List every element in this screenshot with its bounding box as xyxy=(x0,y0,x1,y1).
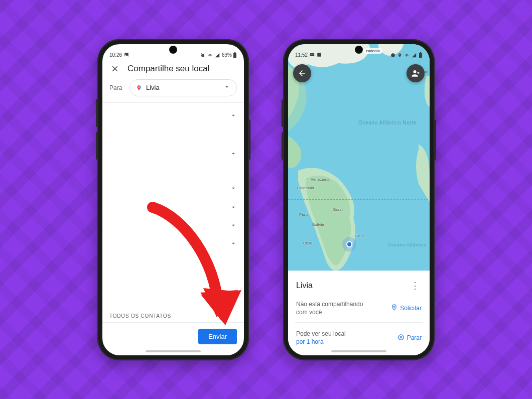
battery-percent: 63% xyxy=(222,52,232,58)
country-label: Chile xyxy=(303,241,312,245)
country-label: Bolívia xyxy=(312,222,324,227)
home-label: Casa xyxy=(355,234,365,238)
power-button[interactable] xyxy=(249,119,250,160)
nfc-icon xyxy=(390,53,395,58)
power-button[interactable] xyxy=(435,119,436,160)
divider xyxy=(102,322,244,323)
can-see-text: Pode ver seu local por 1 hora xyxy=(296,330,346,346)
more-button[interactable]: ⋮ xyxy=(409,278,422,293)
chevron-down-icon xyxy=(230,240,237,249)
list-item[interactable] xyxy=(109,141,237,168)
svg-rect-12 xyxy=(419,53,422,58)
maps-pin-icon xyxy=(136,84,142,92)
svg-point-17 xyxy=(347,241,352,246)
svg-point-11 xyxy=(400,54,401,55)
alarm-icon xyxy=(200,53,205,58)
country-label: Colômbia xyxy=(297,186,314,190)
svg-point-1 xyxy=(125,53,126,54)
svg-point-10 xyxy=(391,53,395,57)
bottom-card: Livia ⋮ Não está compartilhando com você… xyxy=(288,271,430,355)
status-mail-icon xyxy=(310,52,315,58)
battery-icon xyxy=(419,52,423,58)
recipient-name: Livia xyxy=(146,84,219,91)
recipient-chip[interactable]: Livia xyxy=(129,79,237,96)
camera-hole xyxy=(170,47,176,53)
svg-rect-8 xyxy=(310,53,314,56)
list-item[interactable] xyxy=(109,235,237,253)
ocean-label: Oceano Atlântico xyxy=(387,242,427,248)
country-label: Brasil xyxy=(333,207,343,212)
camera-hole xyxy=(356,47,362,53)
page-title: Compartilhe seu local xyxy=(127,64,209,74)
close-button[interactable] xyxy=(109,63,120,74)
location-pin-icon xyxy=(391,304,397,313)
nav-handle[interactable] xyxy=(146,350,201,352)
phone-left: 10:26 63% xyxy=(97,39,249,360)
svg-rect-4 xyxy=(234,52,235,53)
chevron-down-icon xyxy=(230,222,237,231)
contacts-heading: TODOS OS CONTATOS xyxy=(109,313,171,319)
status-image-icon xyxy=(317,52,322,58)
signal-icon xyxy=(412,53,417,58)
list-item[interactable] xyxy=(109,217,237,235)
list-item[interactable] xyxy=(109,103,237,130)
volume-down-button[interactable] xyxy=(282,132,283,160)
wifi-icon xyxy=(404,53,410,58)
svg-rect-13 xyxy=(420,52,421,53)
chevron-down-icon xyxy=(230,150,237,159)
to-label: Para xyxy=(109,84,124,91)
request-button[interactable]: Solicitar xyxy=(391,304,422,313)
svg-point-6 xyxy=(139,86,140,87)
country-label: Peru xyxy=(299,212,308,217)
list-item[interactable] xyxy=(109,179,237,199)
divider xyxy=(295,322,423,323)
country-label: Venezuela xyxy=(311,177,329,182)
battery-icon xyxy=(233,52,237,58)
map-area[interactable]: 11:52 xyxy=(288,44,430,271)
stop-circle-icon xyxy=(397,334,405,342)
status-time: 10:26 xyxy=(109,52,122,58)
chevron-down-icon xyxy=(230,185,237,194)
ocean-label: Oceano Atlântico Norte xyxy=(358,119,417,126)
back-button[interactable] xyxy=(293,64,311,82)
status-time: 11:52 xyxy=(295,52,308,58)
status-image-icon xyxy=(124,52,129,58)
stop-button[interactable]: Parar xyxy=(397,334,422,342)
chevron-down-icon xyxy=(223,83,230,92)
signal-icon xyxy=(215,53,220,58)
chevron-down-icon xyxy=(230,204,237,213)
wifi-icon xyxy=(207,53,213,58)
svg-rect-9 xyxy=(317,53,321,57)
volume-up-button[interactable] xyxy=(282,99,283,127)
svg-point-18 xyxy=(414,70,417,73)
location-icon xyxy=(397,53,402,58)
phone-right: 11:52 xyxy=(283,39,435,360)
can-see-label: Pode ver seu local xyxy=(296,330,346,337)
chevron-down-icon xyxy=(230,112,237,121)
volume-down-button[interactable] xyxy=(96,132,97,160)
not-sharing-text: Não está compartilhando com você xyxy=(296,300,363,316)
list-item[interactable] xyxy=(109,199,237,217)
send-button[interactable]: Enviar xyxy=(198,329,237,344)
request-label: Solicitar xyxy=(400,305,422,312)
add-person-button[interactable] xyxy=(407,64,425,82)
contact-name: Livia xyxy=(296,281,313,290)
stop-label: Parar xyxy=(407,334,422,341)
svg-point-19 xyxy=(393,306,395,307)
volume-up-button[interactable] xyxy=(96,99,97,127)
nav-handle[interactable] xyxy=(331,350,386,352)
duration-label: por 1 hora xyxy=(296,338,324,345)
